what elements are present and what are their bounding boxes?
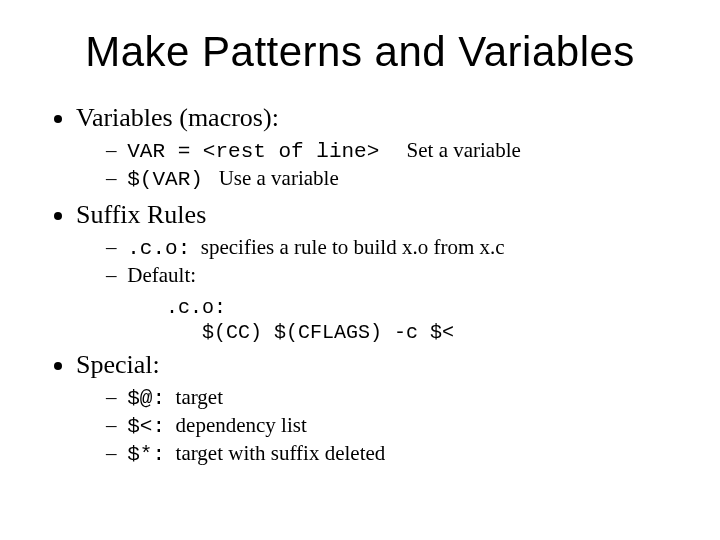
note-text: target with suffix deleted <box>176 441 386 465</box>
code-block: .c.o: $(CC) $(CFLAGS) -c $< <box>76 295 672 345</box>
dash-icon: – <box>106 412 122 439</box>
note-text: specifies a rule to build x.o from x.c <box>201 235 505 259</box>
section-heading: Special: <box>76 350 160 379</box>
code-text: VAR = <rest of line> <box>127 140 379 163</box>
code-text: $<: <box>127 415 165 438</box>
list-item: – Default: <box>106 262 672 289</box>
code-line: .c.o: <box>166 295 672 320</box>
code-text: $@: <box>127 387 165 410</box>
dash-icon: – <box>106 440 122 467</box>
section-heading: Variables (macros): <box>76 103 279 132</box>
section-special: Special: – $@: target – $<: dependency l… <box>76 349 672 468</box>
list-item: – .c.o: specifies a rule to build x.o fr… <box>106 234 672 262</box>
sub-list: – $@: target – $<: dependency list – $*:… <box>76 384 672 469</box>
note-text: Set a variable <box>407 138 521 162</box>
sub-list: – .c.o: specifies a rule to build x.o fr… <box>76 234 672 290</box>
slide-title: Make Patterns and Variables <box>48 28 672 76</box>
code-text: .c.o: <box>127 237 190 260</box>
section-heading: Suffix Rules <box>76 200 206 229</box>
list-item: – $*: target with suffix deleted <box>106 440 672 468</box>
list-item: – $@: target <box>106 384 672 412</box>
bullet-list: Variables (macros): – VAR = <rest of lin… <box>48 102 672 469</box>
list-item: – $<: dependency list <box>106 412 672 440</box>
dash-icon: – <box>106 137 122 164</box>
dash-icon: – <box>106 384 122 411</box>
code-text: $*: <box>127 443 165 466</box>
dash-icon: – <box>106 165 122 192</box>
code-line: $(CC) $(CFLAGS) -c $< <box>166 320 672 345</box>
list-item: – VAR = <rest of line> Set a variable <box>106 137 672 165</box>
note-text: dependency list <box>176 413 307 437</box>
slide: Make Patterns and Variables Variables (m… <box>0 0 720 540</box>
note-text: target <box>176 385 223 409</box>
code-text: $(VAR) <box>127 168 203 191</box>
dash-icon: – <box>106 262 122 289</box>
note-text: Use a variable <box>219 166 339 190</box>
note-text: Default: <box>127 263 196 287</box>
sub-list: – VAR = <rest of line> Set a variable – … <box>76 137 672 194</box>
list-item: – $(VAR) Use a variable <box>106 165 672 193</box>
dash-icon: – <box>106 234 122 261</box>
section-suffix-rules: Suffix Rules – .c.o: specifies a rule to… <box>76 199 672 345</box>
section-variables: Variables (macros): – VAR = <rest of lin… <box>76 102 672 193</box>
